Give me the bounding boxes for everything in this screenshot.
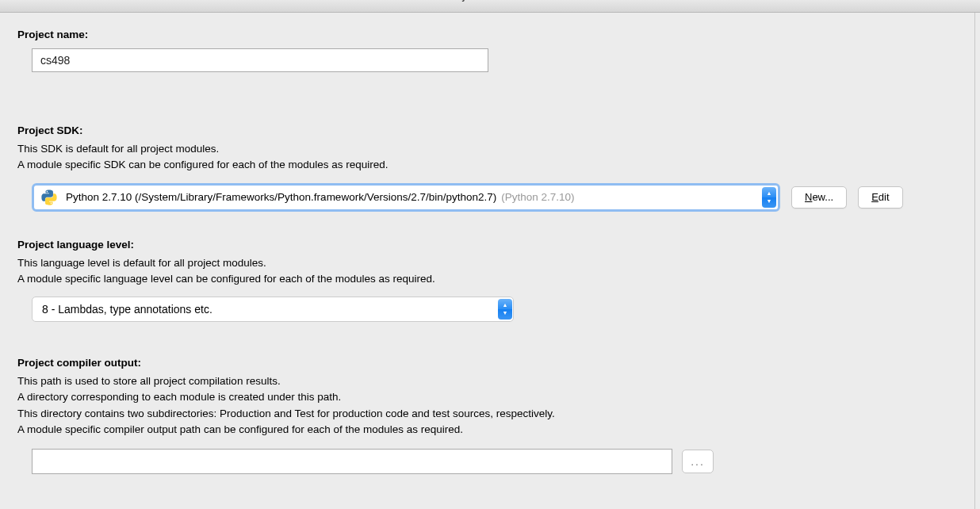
edit-sdk-button[interactable]: Edit	[858, 186, 902, 209]
chevron-down-icon	[767, 198, 772, 205]
browse-button[interactable]: ...	[682, 450, 714, 473]
project-sdk-section: Project SDK: This SDK is default for all…	[17, 124, 957, 212]
new-sdk-button[interactable]: New...	[791, 186, 847, 209]
compiler-output-desc3: This directory contains two subdirectori…	[17, 406, 957, 422]
window-title: Project Structure	[442, 0, 537, 2]
project-sdk-desc2: A module specific SDK can be configured …	[17, 157, 957, 173]
dialog-content: Project name: Project SDK: This SDK is d…	[0, 13, 975, 509]
sdk-combo-stepper[interactable]	[762, 187, 776, 208]
language-level-desc2: A module specific language level can be …	[17, 271, 957, 287]
sdk-selected-version: (Python 2.7.10)	[501, 191, 574, 203]
project-sdk-combobox[interactable]: Python 2.7.10 (/System/Library/Framework…	[32, 183, 780, 212]
project-name-section: Project name:	[17, 29, 957, 101]
language-level-label: Project language level:	[17, 239, 957, 251]
language-level-selected: 8 - Lambdas, type annotations etc.	[42, 303, 212, 316]
compiler-output-desc1: This path is used to store all project c…	[17, 373, 957, 389]
mnemonic-n: N	[805, 191, 812, 203]
compiler-output-section: Project compiler output: This path is us…	[17, 357, 957, 474]
language-combo-stepper[interactable]	[498, 299, 512, 320]
sdk-selected-text: Python 2.7.10 (/System/Library/Framework…	[66, 191, 496, 203]
python-icon	[40, 189, 58, 206]
project-name-input[interactable]	[32, 48, 488, 72]
project-name-label: Project name:	[17, 29, 957, 40]
mnemonic-e: E	[871, 191, 879, 203]
window-titlebar: Project Structure	[0, 0, 980, 13]
language-level-combobox[interactable]: 8 - Lambdas, type annotations etc.	[32, 297, 514, 322]
project-sdk-desc1: This SDK is default for all project modu…	[17, 141, 957, 157]
chevron-up-icon	[767, 190, 772, 198]
project-sdk-label: Project SDK:	[17, 124, 957, 136]
compiler-output-desc2: A directory corresponding to each module…	[17, 389, 957, 405]
chevron-down-icon	[503, 310, 508, 316]
compiler-output-input[interactable]	[32, 449, 672, 474]
language-level-section: Project language level: This language le…	[17, 239, 957, 323]
chevron-up-icon	[503, 302, 508, 310]
language-level-desc1: This language level is default for all p…	[17, 255, 957, 271]
compiler-output-desc4: A module specific compiler output path c…	[17, 422, 957, 438]
compiler-output-label: Project compiler output:	[17, 357, 957, 369]
